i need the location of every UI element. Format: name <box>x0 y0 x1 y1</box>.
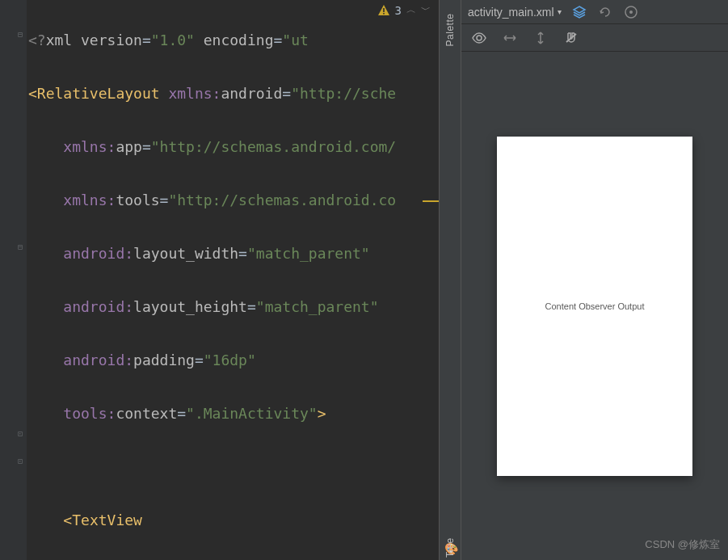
device-frame: Content Observer Output <box>497 137 692 476</box>
warning-icon <box>377 4 390 17</box>
orientation-icon[interactable] <box>597 4 613 20</box>
chevron-up-icon[interactable]: ︿ <box>406 3 416 17</box>
tree-tab[interactable]: Tree <box>444 538 456 558</box>
warning-count: 3 <box>395 4 402 17</box>
overflow-icon[interactable] <box>623 4 639 20</box>
magnet-icon[interactable] <box>563 30 579 46</box>
pan-horizontal-icon[interactable] <box>502 30 518 46</box>
textview-tag: TextView <box>72 512 142 528</box>
code-editor-panel: ⊟ ⊟ ⊡ ⊡ <?xml version="1.0" encoding="ut… <box>0 0 439 560</box>
watermark: CSDN @修炼室 <box>645 537 720 552</box>
preview-header: activity_main.xml ▾ <box>461 0 728 24</box>
palette-sidebar[interactable]: Palette 🎨 Tree <box>439 0 461 560</box>
preview-toolbar <box>461 24 728 52</box>
svg-rect-1 <box>383 13 385 15</box>
preview-canvas[interactable]: Content Observer Output <box>461 52 728 560</box>
inspection-widget[interactable]: 3 ︿ ﹀ <box>374 0 434 20</box>
svg-point-3 <box>629 11 633 14</box>
fold-icon[interactable]: ⊟ <box>18 30 23 39</box>
textview-preview: Content Observer Output <box>545 301 645 311</box>
eye-icon[interactable] <box>471 30 487 46</box>
fold-icon[interactable]: ⊟ <box>18 242 23 251</box>
svg-rect-0 <box>383 8 385 12</box>
chevron-down-icon: ▾ <box>558 7 562 16</box>
layout-preview-panel: activity_main.xml ▾ Content Observer Out… <box>461 0 728 560</box>
xml-prolog: <? <box>28 32 46 48</box>
layers-icon[interactable] <box>571 4 587 20</box>
relativelayout-tag: RelativeLayout <box>37 85 169 102</box>
file-dropdown[interactable]: activity_main.xml ▾ <box>468 6 562 19</box>
warning-marker[interactable] <box>423 200 439 202</box>
active-file-name: activity_main.xml <box>468 6 554 19</box>
fold-icon[interactable]: ⊡ <box>18 429 23 438</box>
gutter: ⊟ ⊟ ⊡ ⊡ <box>0 0 27 560</box>
chevron-down-icon[interactable]: ﹀ <box>421 3 431 17</box>
pan-vertical-icon[interactable] <box>532 30 549 46</box>
palette-tab[interactable]: Palette <box>444 14 456 47</box>
code-area[interactable]: <?xml version="1.0" encoding="ut <Relati… <box>27 0 439 560</box>
svg-point-4 <box>477 36 482 40</box>
fold-icon[interactable]: ⊡ <box>18 457 23 465</box>
